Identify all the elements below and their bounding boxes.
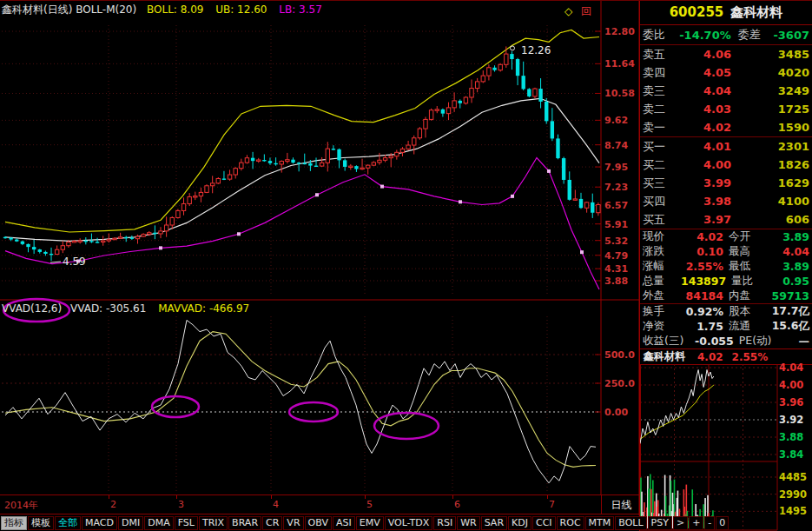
toolbar-item-kdj[interactable]: KDJ	[508, 516, 531, 530]
stat-value: 3.89	[767, 230, 809, 243]
level-price[interactable]: 4.00	[683, 158, 731, 171]
stat-value: 3.89	[767, 260, 809, 273]
stat-value: 84184	[681, 289, 723, 302]
vvad-axis-label: 250.0	[604, 378, 639, 389]
toolbar-item-dma[interactable]: DMA	[144, 516, 174, 530]
pane-controls: ◇ 回	[564, 4, 591, 19]
date-axis: 日线 2014年234567	[0, 494, 640, 514]
toolbar-item-+[interactable]: +	[689, 516, 703, 530]
bid-row[interactable]: 买二4.001826	[640, 156, 812, 174]
stat-value: 4.04	[767, 245, 809, 258]
price-axis-label: 7.23	[604, 182, 639, 193]
ask-row[interactable]: 卖四4.054020	[640, 63, 812, 82]
stat-value: -0.055	[695, 335, 734, 348]
level-price[interactable]: 3.97	[683, 213, 731, 226]
ask-row[interactable]: 卖二4.031725	[640, 100, 812, 118]
vvad-axis-label: 0.00	[604, 407, 639, 418]
bid-row[interactable]: 买三3.991629	[640, 174, 812, 192]
bid-row[interactable]: 买一4.012301	[640, 137, 812, 156]
level-price[interactable]: 4.01	[683, 140, 731, 153]
period-selector[interactable]: 日线	[601, 495, 641, 514]
bid-levels: 买一4.012301买二4.001826买三3.991629买四3.984100…	[640, 137, 812, 229]
level-price[interactable]: 4.02	[683, 121, 731, 134]
toolbar-item-roc[interactable]: ROC	[557, 516, 584, 530]
mini-price-label: 4.04	[779, 362, 811, 374]
stat-row: 总量143897量比0.95	[640, 274, 812, 289]
toolbar-item-sar[interactable]: SAR	[481, 516, 507, 530]
intraday-mini-chart[interactable]: 4.044.003.963.923.883.84448529901495	[640, 364, 812, 531]
indicator-toolbar: 指标模板全部MACDDMIDMAFSLTRIXBRARCRVROBVASIEMV…	[0, 514, 640, 531]
restore-icon[interactable]: 回	[581, 5, 591, 17]
toolbar-item-psy[interactable]: PSY	[648, 516, 672, 530]
toolbar-item-wr[interactable]: WR	[457, 516, 480, 530]
toolbar-item-0[interactable]: 0	[716, 516, 729, 530]
price-axis-label: 5.32	[604, 236, 639, 247]
toolbar-item-模板[interactable]: 模板	[28, 516, 54, 530]
stat-value: 2.55%	[681, 260, 723, 273]
toolbar-item-obv[interactable]: OBV	[305, 516, 332, 530]
price-axis-label: 12.80	[604, 26, 639, 37]
stats-block: 现价4.02今开3.89涨跌0.10最高4.04涨幅2.55%最低3.89总量1…	[640, 229, 812, 348]
ask-row[interactable]: 卖三4.043249	[640, 82, 812, 100]
peak-price-label: 12.26	[521, 44, 551, 56]
toolbar-item-cci[interactable]: CCI	[532, 516, 556, 530]
toolbar-item-dmi[interactable]: DMI	[118, 516, 143, 530]
toolbar-item-trix[interactable]: TRIX	[199, 516, 228, 530]
toolbar-item-vr[interactable]: VR	[283, 516, 303, 530]
level-price[interactable]: 4.05	[683, 66, 731, 79]
quote-panel: 600255鑫科材料 委比 -14.70% 委差 -3607 卖五4.06348…	[639, 1, 812, 531]
level-label: 买二	[643, 157, 683, 173]
toolbar-item-boll[interactable]: BOLL	[615, 516, 646, 530]
ub-value: UB: 12.60	[215, 3, 267, 16]
stat-label: 换手	[643, 304, 681, 319]
toolbar-item-fsl[interactable]: FSL	[175, 516, 198, 530]
level-price[interactable]: 4.04	[683, 84, 731, 97]
stat-label: 股本	[729, 304, 767, 319]
month-tick	[547, 495, 548, 499]
level-volume: 3249	[731, 84, 809, 97]
ask-row[interactable]: 卖五4.063485	[640, 45, 812, 63]
toolbar-item--[interactable]: -	[704, 516, 715, 530]
toolbar-item-mtm[interactable]: MTM	[585, 516, 615, 530]
vvad-title: VVAD(12,6)	[2, 302, 62, 315]
stat-label: 量比	[731, 274, 769, 289]
level-label: 卖二	[643, 102, 683, 117]
weibi-label: 委比	[643, 27, 675, 43]
stock-title: 鑫科材料(日线)	[2, 3, 72, 16]
month-label: 6	[454, 499, 460, 510]
level-price[interactable]: 4.06	[683, 48, 731, 61]
month-tick	[109, 495, 109, 499]
month-label: 2	[110, 499, 116, 510]
ask-row[interactable]: 卖一4.021590	[640, 118, 812, 136]
toolbar-item-rsi[interactable]: RSI	[433, 516, 456, 530]
level-label: 买三	[643, 176, 683, 191]
toolbar-item-vol-tdx[interactable]: VOL-TDX	[385, 516, 433, 530]
toolbar-item-指标[interactable]: 指标	[1, 516, 27, 530]
bid-row[interactable]: 买四3.984100	[640, 192, 812, 210]
price-axis-label: 3.88	[604, 275, 639, 287]
diamond-icon[interactable]: ◇	[564, 5, 572, 17]
kline-chart-canvas[interactable]	[0, 1, 640, 515]
toolbar-item-macd[interactable]: MACD	[82, 516, 117, 530]
toolbar-item-emv[interactable]: EMV	[356, 516, 384, 530]
toolbar-item-全部[interactable]: 全部	[55, 516, 81, 530]
toolbar-item->[interactable]: >	[673, 516, 688, 530]
stat-label: 总量	[643, 274, 681, 289]
bid-row[interactable]: 买五3.97606	[640, 210, 812, 229]
price-axis-label: 4.31	[604, 263, 639, 275]
price-axis-label: 11.64	[604, 58, 639, 70]
level-price[interactable]: 3.99	[683, 176, 731, 189]
stat-value: 0.95	[769, 275, 809, 288]
toolbar-item-brar[interactable]: BRAR	[228, 516, 261, 530]
level-price[interactable]: 4.03	[683, 103, 731, 116]
toolbar-item-asi[interactable]: ASI	[333, 516, 355, 530]
level-price[interactable]: 3.98	[683, 195, 731, 208]
month-tick	[271, 495, 272, 499]
month-tick	[176, 495, 177, 499]
stock-name: 鑫科材料	[730, 4, 782, 20]
vvad-value: VVAD: -305.61	[70, 302, 146, 315]
stat-row: 涨跌0.10最高4.04	[640, 244, 812, 259]
price-axis-label: 7.95	[604, 162, 639, 173]
mini-volume-label: 1495	[779, 505, 811, 517]
toolbar-item-cr[interactable]: CR	[262, 516, 282, 530]
